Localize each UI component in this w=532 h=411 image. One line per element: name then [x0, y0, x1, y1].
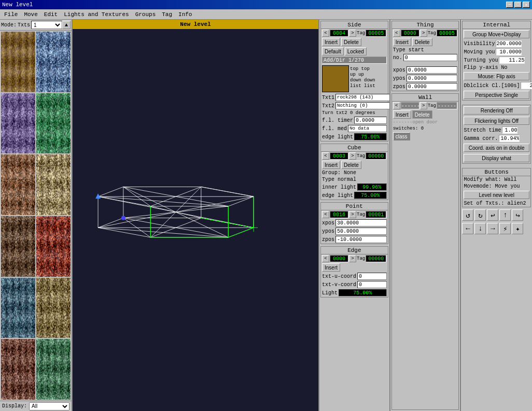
- cube-insert-btn[interactable]: Insert: [322, 161, 340, 169]
- texture-item-6[interactable]: [36, 154, 71, 215]
- point-nav-left[interactable]: <: [322, 211, 329, 218]
- level-new-level-btn[interactable]: Level new level: [464, 191, 529, 199]
- point-ypos-input[interactable]: [335, 228, 387, 235]
- menu-tag[interactable]: Tag: [159, 10, 175, 19]
- thing-zpos-input[interactable]: [407, 83, 458, 90]
- side-locked-btn[interactable]: Locked: [345, 47, 367, 55]
- stretch-input[interactable]: [502, 126, 517, 134]
- coord-axis-btn[interactable]: Coord. axis on in double: [464, 144, 529, 152]
- turning-you-input[interactable]: [499, 56, 525, 64]
- edge-txtv-input[interactable]: [357, 281, 387, 288]
- action2-icon[interactable]: ✦: [512, 223, 523, 234]
- close-button[interactable]: ✕: [523, 2, 530, 8]
- menu-info[interactable]: Info: [175, 10, 195, 19]
- side-insert-btn[interactable]: Insert: [322, 38, 340, 46]
- group-move-display-btn[interactable]: Group Move+Display: [464, 30, 529, 38]
- menu-file[interactable]: File: [1, 10, 21, 19]
- point-zpos-input[interactable]: [335, 236, 387, 243]
- viewport[interactable]: New level: [73, 20, 319, 411]
- wall-id-input[interactable]: [401, 102, 419, 109]
- texture-number-dropdown[interactable]: 1: [31, 21, 62, 29]
- wall-class-btn[interactable]: class: [393, 132, 410, 140]
- edge-light-input[interactable]: [339, 289, 387, 296]
- thing-id-input[interactable]: [401, 30, 419, 37]
- wall-insert-btn[interactable]: Insert: [393, 110, 411, 119]
- thing-xpos-input[interactable]: [407, 66, 458, 74]
- side-nav-right[interactable]: >: [349, 30, 356, 37]
- visibility-input[interactable]: [496, 40, 522, 47]
- undo-icon[interactable]: ↩: [487, 209, 498, 221]
- texture-item-2[interactable]: [36, 32, 71, 92]
- side-delete-btn[interactable]: Delete: [341, 38, 361, 46]
- side-default-btn[interactable]: Default: [322, 47, 344, 55]
- wall-delete-btn[interactable]: Delete: [412, 110, 432, 119]
- thing-ypos-input[interactable]: [407, 75, 458, 82]
- side-edge-light-input[interactable]: [354, 133, 387, 140]
- flickering-lights-btn[interactable]: Flickering lights Off: [464, 117, 529, 125]
- up-icon[interactable]: ↑: [499, 209, 511, 221]
- down-icon[interactable]: ↓: [474, 223, 486, 234]
- cube-tag-input[interactable]: [366, 152, 386, 160]
- viewport-canvas[interactable]: [73, 29, 318, 411]
- thing-no-input[interactable]: [403, 54, 458, 61]
- txt1-input[interactable]: [335, 94, 390, 101]
- side-adddir-input[interactable]: [322, 56, 387, 64]
- cube-inner-light-input[interactable]: [357, 183, 387, 191]
- edge-tag-input[interactable]: [366, 255, 386, 262]
- perspective-btn[interactable]: Perspective Single: [464, 91, 529, 99]
- point-nav-right[interactable]: >: [349, 211, 356, 218]
- texture-item-5[interactable]: [1, 154, 35, 215]
- redo-icon[interactable]: ↪: [512, 209, 523, 221]
- texture-item-3[interactable]: [1, 93, 35, 154]
- side-id-input[interactable]: [330, 30, 348, 37]
- right-icon[interactable]: →: [487, 223, 498, 234]
- fl-timer-input[interactable]: [354, 117, 387, 124]
- minimize-button[interactable]: ─: [506, 2, 513, 8]
- point-id-input[interactable]: [330, 211, 348, 218]
- action1-icon[interactable]: ⚡: [499, 223, 511, 234]
- texture-item-9[interactable]: [1, 278, 35, 338]
- wall-tag-input[interactable]: [437, 102, 457, 109]
- texture-item-12[interactable]: [36, 339, 71, 400]
- gamma-input[interactable]: [499, 135, 520, 142]
- texture-item-7[interactable]: [1, 216, 35, 277]
- mouse-flip-axis-btn[interactable]: Mouse: Flip axis: [464, 72, 529, 80]
- texture-item-10[interactable]: [36, 278, 71, 338]
- side-nav-left[interactable]: <: [322, 30, 329, 37]
- menu-edit[interactable]: Edit: [41, 10, 61, 19]
- cube-edge-light-input[interactable]: [354, 192, 387, 199]
- thing-nav-left[interactable]: <: [393, 30, 400, 37]
- maximize-button[interactable]: □: [514, 2, 522, 8]
- rotate-cw-icon[interactable]: ↻: [474, 209, 486, 221]
- display-dropdown[interactable]: All: [29, 402, 69, 410]
- left-icon[interactable]: ←: [462, 223, 473, 234]
- edge-nav-right[interactable]: >: [349, 255, 356, 262]
- cube-nav-left[interactable]: <: [322, 152, 329, 160]
- point-xpos-input[interactable]: [335, 219, 387, 226]
- menu-move[interactable]: Move: [21, 10, 40, 19]
- cube-id-input[interactable]: [330, 152, 348, 160]
- wall-nav-left[interactable]: <: [393, 102, 400, 109]
- moving-you-input[interactable]: [496, 48, 522, 55]
- thing-nav-right[interactable]: >: [420, 30, 427, 37]
- cube-nav-right[interactable]: >: [349, 152, 356, 160]
- texture-item-4[interactable]: [36, 93, 71, 154]
- edge-id-input[interactable]: [330, 255, 348, 262]
- texture-item-11[interactable]: [1, 339, 35, 400]
- side-tag-input[interactable]: [366, 30, 386, 37]
- texture-item-1[interactable]: [1, 32, 35, 92]
- wall-nav-right[interactable]: >: [420, 102, 427, 109]
- rotate-ccw-icon[interactable]: ↺: [462, 209, 473, 221]
- thing-insert-btn[interactable]: Insert: [393, 38, 411, 46]
- display-what-btn[interactable]: Display what: [464, 154, 529, 162]
- menu-groups[interactable]: Groups: [132, 10, 159, 19]
- menu-lights-textures[interactable]: Lights and Textures: [61, 10, 132, 19]
- edge-nav-left[interactable]: <: [322, 255, 329, 262]
- edge-txtu-input[interactable]: [357, 273, 387, 280]
- rendering-btn[interactable]: Rendering Off: [464, 106, 529, 115]
- thing-delete-btn[interactable]: Delete: [412, 38, 432, 46]
- texture-scroll-up[interactable]: ▲: [62, 21, 71, 29]
- cube-delete-btn[interactable]: Delete: [341, 161, 361, 169]
- edge-insert-btn[interactable]: Insert: [322, 263, 340, 272]
- fl-med-input[interactable]: [348, 125, 387, 132]
